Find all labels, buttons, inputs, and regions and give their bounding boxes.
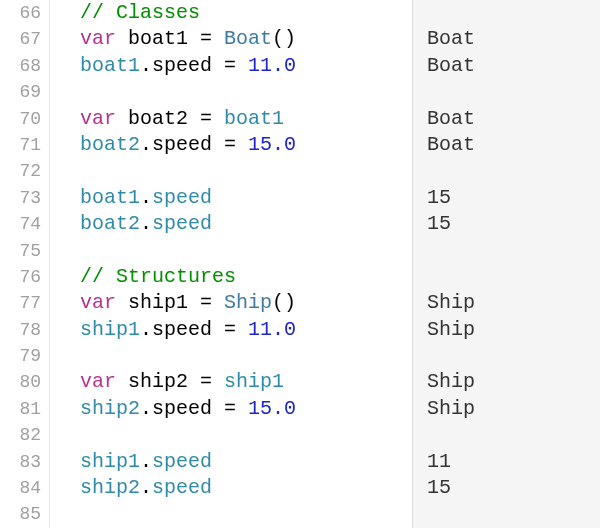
- code-token: speed: [152, 397, 212, 420]
- code-line[interactable]: var ship1 = Ship(): [80, 290, 406, 316]
- code-token: .: [140, 212, 152, 235]
- line-number: 69: [0, 79, 41, 105]
- code-token: ship1: [80, 450, 140, 473]
- code-token: [116, 107, 128, 130]
- code-line[interactable]: [80, 343, 406, 369]
- code-token: [212, 397, 224, 420]
- result-value: Boat: [427, 26, 600, 52]
- code-token: var: [80, 370, 116, 393]
- line-number-gutter: 6667686970717273747576777879808182838485: [0, 0, 50, 528]
- code-token: boat2: [128, 107, 188, 130]
- code-token: [236, 397, 248, 420]
- code-token: speed: [152, 318, 212, 341]
- code-token: [116, 370, 128, 393]
- code-token: ship2: [128, 370, 188, 393]
- code-token: speed: [152, 450, 212, 473]
- code-line[interactable]: var boat1 = Boat(): [80, 26, 406, 52]
- code-line[interactable]: var ship2 = ship1: [80, 369, 406, 395]
- code-line[interactable]: // Classes: [80, 0, 406, 26]
- code-line[interactable]: boat1.speed: [80, 185, 406, 211]
- code-token: speed: [152, 54, 212, 77]
- line-number: 75: [0, 238, 41, 264]
- code-line[interactable]: ship1.speed = 11.0: [80, 317, 406, 343]
- code-line[interactable]: [80, 422, 406, 448]
- result-value: [427, 79, 600, 105]
- result-value: [427, 501, 600, 527]
- code-line[interactable]: boat1.speed = 11.0: [80, 53, 406, 79]
- code-token: =: [224, 397, 236, 420]
- line-number: 73: [0, 185, 41, 211]
- code-editor[interactable]: // Classesvar boat1 = Boat()boat1.speed …: [50, 0, 412, 528]
- code-token: [236, 54, 248, 77]
- result-value: [427, 0, 600, 26]
- code-token: ship2: [80, 476, 140, 499]
- code-line[interactable]: [80, 79, 406, 105]
- result-value: [427, 343, 600, 369]
- line-number: 66: [0, 0, 41, 26]
- code-token: =: [224, 318, 236, 341]
- code-token: speed: [152, 476, 212, 499]
- result-value: 11: [427, 449, 600, 475]
- code-token: [212, 107, 224, 130]
- code-token: boat1: [80, 54, 140, 77]
- code-token: boat2: [80, 133, 140, 156]
- code-line[interactable]: ship2.speed: [80, 475, 406, 501]
- code-line[interactable]: // Structures: [80, 264, 406, 290]
- code-token: .: [140, 450, 152, 473]
- result-value: Ship: [427, 317, 600, 343]
- line-number: 81: [0, 396, 41, 422]
- code-token: .: [140, 397, 152, 420]
- code-token: boat1: [224, 107, 284, 130]
- code-token: Boat: [224, 27, 272, 50]
- code-token: [212, 370, 224, 393]
- result-value: Boat: [427, 132, 600, 158]
- code-token: 11.0: [248, 318, 296, 341]
- code-token: [212, 133, 224, 156]
- code-line[interactable]: [80, 501, 406, 527]
- result-value: Ship: [427, 396, 600, 422]
- code-token: =: [200, 107, 212, 130]
- code-line[interactable]: boat2.speed: [80, 211, 406, 237]
- code-token: 15.0: [248, 397, 296, 420]
- result-value: Boat: [427, 106, 600, 132]
- code-token: =: [200, 27, 212, 50]
- code-token: Ship: [224, 291, 272, 314]
- code-line[interactable]: var boat2 = boat1: [80, 106, 406, 132]
- code-token: (): [272, 27, 296, 50]
- code-token: [188, 291, 200, 314]
- code-token: ship2: [80, 397, 140, 420]
- code-token: ship1: [128, 291, 188, 314]
- result-value: [427, 264, 600, 290]
- code-token: =: [200, 370, 212, 393]
- code-token: [188, 370, 200, 393]
- code-token: // Classes: [80, 1, 200, 24]
- code-token: [188, 27, 200, 50]
- code-token: .: [140, 54, 152, 77]
- code-token: ship1: [80, 318, 140, 341]
- code-token: .: [140, 476, 152, 499]
- line-number: 85: [0, 501, 41, 527]
- line-number: 67: [0, 26, 41, 52]
- line-number: 80: [0, 369, 41, 395]
- code-token: boat1: [128, 27, 188, 50]
- code-line[interactable]: [80, 238, 406, 264]
- line-number: 70: [0, 106, 41, 132]
- code-line[interactable]: boat2.speed = 15.0: [80, 132, 406, 158]
- line-number: 72: [0, 158, 41, 184]
- code-token: boat1: [80, 186, 140, 209]
- code-token: speed: [152, 212, 212, 235]
- result-value: Boat: [427, 53, 600, 79]
- code-token: [212, 27, 224, 50]
- code-line[interactable]: ship2.speed = 15.0: [80, 396, 406, 422]
- code-token: var: [80, 107, 116, 130]
- code-token: =: [224, 133, 236, 156]
- code-line[interactable]: ship1.speed: [80, 449, 406, 475]
- line-number: 83: [0, 449, 41, 475]
- line-number: 79: [0, 343, 41, 369]
- code-token: speed: [152, 133, 212, 156]
- result-value: Ship: [427, 290, 600, 316]
- result-value: [427, 422, 600, 448]
- code-line[interactable]: [80, 158, 406, 184]
- code-token: .: [140, 186, 152, 209]
- line-number: 71: [0, 132, 41, 158]
